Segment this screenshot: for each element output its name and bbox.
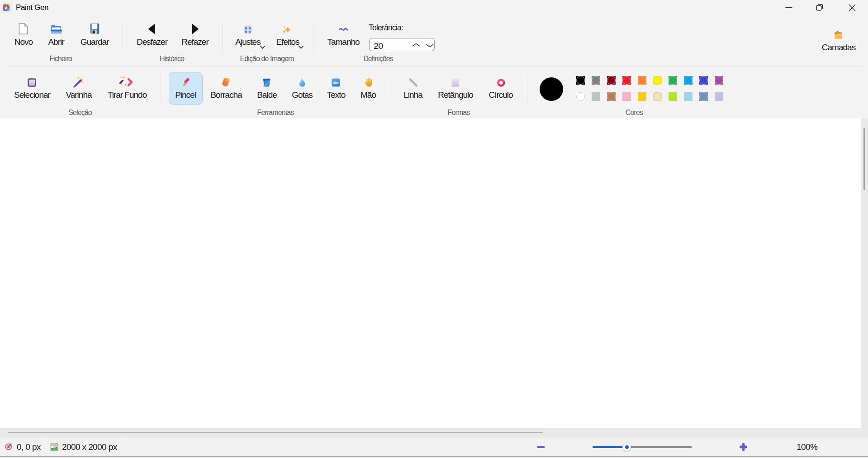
svg-text:abc: abc <box>333 81 339 85</box>
